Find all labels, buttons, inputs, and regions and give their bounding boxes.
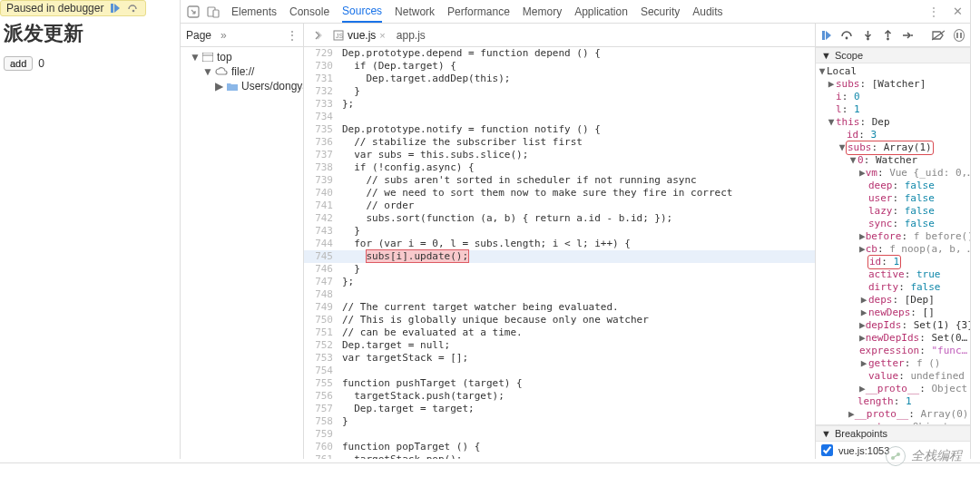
breakpoints-head[interactable]: ▼Breakpoints [816,425,970,442]
device-toolbar-icon[interactable] [206,5,220,19]
breakpoints-section: ▼Breakpoints vue.js:1053 [816,424,970,459]
svg-point-15 [911,34,913,36]
step-out-button[interactable] [882,30,893,41]
pause-on-exceptions-icon[interactable] [954,29,965,42]
svg-rect-6 [202,53,213,62]
window-icon [202,53,213,62]
devtools-window: ElementsConsoleSourcesNetworkPerformance… [180,0,971,459]
svg-marker-11 [826,31,831,40]
tree-top[interactable]: ▼ top [182,50,301,64]
svg-point-12 [846,36,848,39]
counter-value: 0 [38,57,44,70]
navigator-menu-icon[interactable]: ⋮ [287,29,298,42]
step-into-button[interactable] [862,30,873,41]
breakpoint-checkbox[interactable] [821,444,833,456]
devtools-tab-security[interactable]: Security [641,0,680,23]
inspect-icon[interactable] [186,5,201,19]
deactivate-breakpoints-icon[interactable] [932,30,945,41]
devtools-tabs: ElementsConsoleSourcesNetworkPerformance… [231,0,723,23]
step-button[interactable] [902,30,913,41]
file-tab-appjs[interactable]: app.js [397,29,426,42]
scope-section-head[interactable]: ▼Scope [816,47,970,63]
resume-icon[interactable] [109,4,122,13]
paused-label: Paused in debugger [6,2,103,15]
devtools-tab-application[interactable]: Application [574,0,628,23]
page-heading: 派发更新 [0,16,180,53]
debugger-panel: ▼Scope ▼Local▶subs: [Watcher]i: 0l: 1▼th… [816,24,970,459]
navigator-panel: Page » ⋮ ▼ top ▼ file:// [181,24,304,459]
breakpoint-item[interactable]: vue.js:1053 [816,442,970,459]
devtools-tab-sources[interactable]: Sources [342,0,382,23]
page-content: 派发更新 add 0 [0,16,180,459]
code-panel: JS vue.js × app.js 729Dep.prototype.depe… [304,24,816,459]
devtools-tab-network[interactable]: Network [395,0,435,23]
statusbar [0,462,980,476]
svg-rect-10 [822,31,825,40]
close-tab-icon[interactable]: × [379,30,385,41]
step-over-button[interactable] [841,30,853,41]
navigator-tab[interactable]: Page [186,29,211,42]
tree-folder[interactable]: ▶ Users/dongyang/D [182,79,301,93]
devtools-tab-memory[interactable]: Memory [523,0,562,23]
navigator-more-icon[interactable]: » [220,29,227,42]
debugger-toolbar [816,24,970,47]
svg-rect-0 [111,4,113,13]
file-tabs-nav-icon[interactable] [313,31,322,40]
devtools-tab-elements[interactable]: Elements [231,0,277,23]
svg-point-2 [132,10,135,13]
paused-in-debugger-banner: Paused in debugger [0,0,146,16]
scope-tree[interactable]: ▼Local▶subs: [Watcher]i: 0l: 1▼this: Dep… [816,63,970,424]
svg-marker-1 [114,4,120,13]
file-tabs: JS vue.js × app.js [304,24,815,47]
code-area[interactable]: 729Dep.prototype.depend = function depen… [304,47,815,459]
devtools-toolbar: ElementsConsoleSourcesNetworkPerformance… [181,0,970,24]
svg-point-13 [867,37,869,40]
tree-origin[interactable]: ▼ file:// [182,64,301,79]
step-over-icon[interactable] [127,4,140,13]
svg-text:JS: JS [336,33,344,39]
cloud-icon [215,67,228,76]
svg-rect-18 [960,33,962,38]
close-icon[interactable]: ✕ [950,5,965,19]
folder-icon [227,82,238,91]
svg-rect-5 [213,10,219,17]
svg-rect-17 [956,33,958,38]
resume-button[interactable] [821,31,832,40]
file-tree: ▼ top ▼ file:// ▶ [181,47,303,96]
devtools-tab-console[interactable]: Console [289,0,329,23]
devtools-tab-audits[interactable]: Audits [692,0,722,23]
devtools-tab-performance[interactable]: Performance [447,0,510,23]
more-icon[interactable]: ⋮ [926,5,941,19]
add-button[interactable]: add [4,56,33,71]
svg-point-14 [887,37,889,40]
file-tab-vuejs[interactable]: JS vue.js × [333,29,386,42]
